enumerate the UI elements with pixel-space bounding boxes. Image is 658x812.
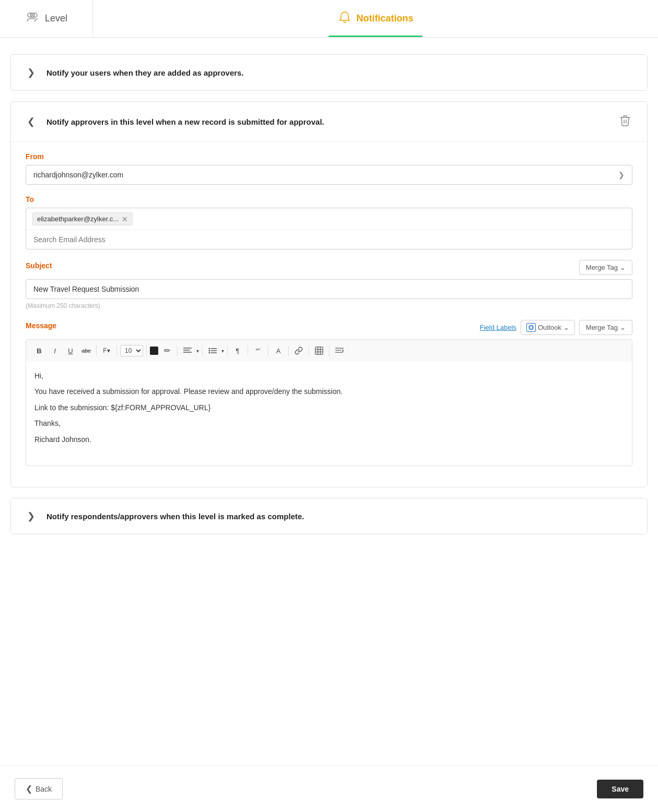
back-button[interactable]: ❮ Back (15, 778, 63, 799)
section-card-2: ❮ Notify approvers in this level when a … (10, 101, 648, 487)
save-button[interactable]: Save (597, 780, 643, 798)
message-merge-chevron-icon: ⌄ (620, 324, 626, 331)
expand-section-1-button[interactable]: ❯ (24, 65, 38, 80)
toolbar-divider-8 (268, 345, 268, 356)
toolbar-underline-button[interactable]: U (64, 344, 77, 357)
toolbar-divider-2 (116, 345, 117, 356)
to-label: To (26, 195, 632, 204)
toolbar-fontsize-select[interactable]: 1012141618 (120, 345, 143, 356)
toolbar-divider-9 (288, 345, 289, 356)
toolbar-blockquote-button[interactable]: “” (251, 344, 265, 357)
message-label: Message (26, 321, 56, 330)
outlook-chevron-icon: ⌄ (563, 324, 569, 331)
svg-point-8 (209, 350, 210, 352)
toolbar-align-button[interactable] (181, 344, 194, 357)
toolbar-divider-4 (177, 345, 178, 356)
svg-rect-12 (315, 347, 323, 354)
subject-merge-chevron-icon: ⌄ (620, 264, 626, 271)
svg-point-10 (209, 352, 210, 354)
message-merge-tag-label: Merge Tag (586, 324, 618, 331)
back-label: Back (36, 785, 52, 793)
to-field-group: To elizabethparker@zylker.c... ✕ (26, 195, 632, 249)
toolbar-divider-5 (202, 345, 203, 356)
message-controls: Field Labels O Outlook ⌄ Merge Tag ⌄ (480, 320, 632, 335)
toolbar-divider-11 (329, 345, 330, 356)
subject-merge-tag-button[interactable]: Merge Tag ⌄ (579, 260, 632, 275)
from-chevron-icon: ❯ (618, 171, 625, 179)
section-1-title: Notify your users when they are added as… (46, 68, 634, 77)
from-value: richardjohnson@zylker.com (33, 171, 123, 179)
toolbar-bold-button[interactable]: B (32, 344, 46, 357)
subject-header-row: Subject Merge Tag ⌄ (26, 260, 632, 275)
message-field-group: Message Field Labels O Outlook ⌄ Merge T… (26, 320, 632, 466)
remove-email-tag-button[interactable]: ✕ (122, 216, 128, 223)
level-icon (25, 10, 40, 28)
notifications-icon (338, 10, 351, 27)
subject-field-group: Subject Merge Tag ⌄ (Maximum 250 charact… (26, 260, 632, 309)
section-3-title: Notify respondents/approvers when this l… (46, 512, 634, 521)
chevron-down-icon-2: ❮ (27, 116, 35, 127)
editor-line-5: Richard Johnson. (34, 434, 624, 445)
to-tags-row: elizabethparker@zylker.c... ✕ (26, 208, 632, 230)
toolbar-format-button[interactable] (333, 344, 346, 357)
back-chevron-icon: ❮ (26, 784, 32, 794)
svg-point-2 (30, 13, 34, 17)
expand-section-3-button[interactable]: ❯ (24, 509, 38, 523)
editor-line-4: Thanks, (34, 417, 624, 429)
from-select[interactable]: richardjohnson@zylker.com ❯ (26, 165, 632, 185)
message-header-row: Message Field Labels O Outlook ⌄ Merge T… (26, 320, 632, 335)
toolbar-link-button[interactable] (292, 344, 306, 357)
subject-merge-tag-label: Merge Tag (586, 264, 618, 271)
toolbar-pen-button[interactable]: ✏ (160, 344, 174, 357)
section-header-2: ❮ Notify approvers in this level when a … (11, 102, 647, 142)
trash-icon (620, 115, 630, 129)
email-tag-elizabeth: elizabethparker@zylker.c... ✕ (32, 212, 133, 225)
save-label: Save (612, 785, 629, 793)
email-tag-text: elizabethparker@zylker.c... (37, 215, 119, 223)
toolbar-divider-10 (309, 345, 309, 356)
section-2-title: Notify approvers in this level when a ne… (46, 117, 607, 126)
editor-toolbar: B I U abc F▾ 1012141618 ✏ (26, 339, 632, 362)
outlook-icon: O (526, 323, 536, 332)
toolbar-list-button[interactable] (206, 344, 219, 357)
toolbar-divider-1 (96, 345, 97, 356)
delete-section-2-button[interactable] (616, 112, 634, 131)
subject-hint: (Maximum 250 characters) (26, 302, 632, 309)
search-email-input[interactable] (26, 230, 632, 249)
toolbar-align-chevron-icon: ▾ (196, 348, 199, 354)
outlook-button[interactable]: O Outlook ⌄ (521, 320, 575, 335)
toolbar-divider-3 (146, 345, 147, 356)
section-header-1: ❯ Notify your users when they are added … (11, 55, 647, 90)
level-tab-label: Level (45, 13, 67, 24)
editor-line-1: Hi, (34, 370, 624, 381)
toolbar-divider-7 (248, 345, 248, 356)
toolbar-table-button[interactable] (312, 344, 326, 357)
message-editor[interactable]: Hi, You have received a submission for a… (26, 362, 632, 466)
footer: ❮ Back Save (0, 765, 658, 812)
toolbar-font-button[interactable]: F▾ (100, 344, 113, 357)
toolbar-indent-button[interactable]: ¶ (231, 344, 244, 357)
subject-input[interactable] (26, 279, 632, 299)
toolbar-color-swatch[interactable] (150, 347, 158, 355)
toolbar-italic-button[interactable]: I (48, 344, 62, 357)
to-field-wrapper: elizabethparker@zylker.c... ✕ (26, 208, 632, 249)
tab-level[interactable]: Level (0, 0, 93, 37)
main-content: ❯ Notify your users when they are added … (0, 38, 658, 551)
section-card-1: ❯ Notify your users when they are added … (10, 54, 648, 91)
section-2-body: From richardjohnson@zylker.com ❯ To eliz… (11, 142, 647, 487)
collapse-section-2-button[interactable]: ❮ (24, 114, 38, 129)
svg-point-6 (209, 348, 210, 350)
tab-notifications[interactable]: Notifications (93, 0, 658, 37)
editor-line-2: You have received a submission for appro… (34, 386, 624, 397)
message-merge-tag-button[interactable]: Merge Tag ⌄ (579, 320, 632, 335)
toolbar-list-chevron-icon: ▾ (221, 348, 224, 354)
outlook-label: Outlook (538, 324, 561, 331)
toolbar-divider-6 (227, 345, 228, 356)
editor-line-3: Link to the submission: ${zf:FORM_APPROV… (34, 402, 624, 413)
toolbar-highlight-button[interactable]: A (272, 344, 285, 357)
field-labels-link[interactable]: Field Labels (480, 324, 516, 331)
chevron-right-icon-1: ❯ (27, 67, 35, 78)
subject-label: Subject (26, 261, 52, 270)
toolbar-strikethrough-button[interactable]: abc (79, 344, 93, 357)
notifications-tab-label: Notifications (357, 13, 414, 24)
